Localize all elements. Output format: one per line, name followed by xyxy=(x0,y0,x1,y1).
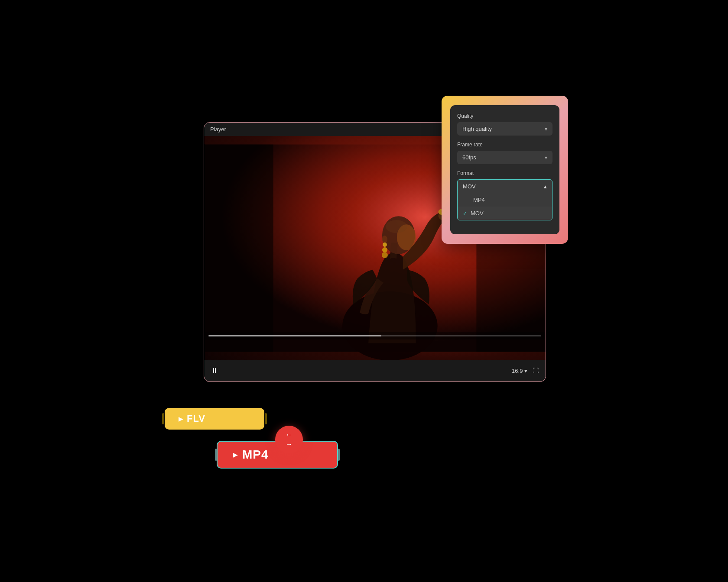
settings-panel: Quality High quality ▾ Frame rate 60fps … xyxy=(442,96,568,243)
svg-point-8 xyxy=(383,242,387,247)
pause-button[interactable]: ⏸ xyxy=(211,367,218,375)
format-group: Format MOV ▴ MP4 ✓ MOV xyxy=(457,170,552,220)
quality-label: Quality xyxy=(457,113,552,119)
flv-badge: ▶ FLV xyxy=(165,408,264,430)
mp4-handle-left xyxy=(215,449,217,461)
format-option-mp4-label: MP4 xyxy=(473,197,485,203)
quality-chevron: ▾ xyxy=(545,126,547,132)
aspect-ratio-selector[interactable]: 16:9 ▾ xyxy=(512,368,527,374)
svg-point-10 xyxy=(382,252,388,258)
player-controls: ⏸ 16:9 ▾ ⛶ xyxy=(204,360,546,381)
quality-value: High quality xyxy=(462,126,492,132)
svg-point-7 xyxy=(382,236,387,243)
svg-point-14 xyxy=(386,220,407,233)
convert-arrows: ← → xyxy=(286,431,292,448)
framerate-label: Frame rate xyxy=(457,142,552,148)
fullscreen-button[interactable]: ⛶ xyxy=(533,367,539,374)
flv-handle-right xyxy=(265,413,267,424)
mp4-play-icon: ▶ xyxy=(233,451,238,458)
format-dropdown-header[interactable]: MOV ▴ xyxy=(458,180,552,193)
settings-inner: Quality High quality ▾ Frame rate 60fps … xyxy=(450,105,559,234)
progress-bar-area[interactable] xyxy=(204,332,546,340)
progress-track[interactable] xyxy=(208,335,541,336)
quality-group: Quality High quality ▾ xyxy=(457,113,552,136)
format-option-mov-label: MOV xyxy=(471,210,484,217)
framerate-select[interactable]: 60fps ▾ xyxy=(457,151,552,164)
format-dropdown[interactable]: MOV ▴ MP4 ✓ MOV xyxy=(457,179,552,220)
format-label: Format xyxy=(457,170,552,176)
framerate-chevron: ▾ xyxy=(545,155,547,161)
format-value: MOV xyxy=(463,183,476,190)
progress-fill xyxy=(208,335,381,336)
framerate-group: Frame rate 60fps ▾ xyxy=(457,142,552,164)
convert-button[interactable]: ← → xyxy=(275,426,303,453)
format-chevron: ▴ xyxy=(544,183,547,190)
format-option-mov[interactable]: ✓ MOV xyxy=(458,207,552,220)
arrow-left-icon: ← xyxy=(286,431,292,439)
svg-rect-2 xyxy=(204,145,273,352)
control-left: ⏸ xyxy=(211,367,218,375)
control-right: 16:9 ▾ ⛶ xyxy=(512,367,539,374)
arrow-right-icon: → xyxy=(286,440,292,448)
check-icon: ✓ xyxy=(463,210,467,217)
player-title: Player xyxy=(210,126,226,133)
mp4-label: MP4 xyxy=(242,448,269,462)
svg-point-9 xyxy=(382,247,387,252)
format-option-mp4[interactable]: MP4 xyxy=(458,193,552,207)
framerate-value: 60fps xyxy=(462,154,476,161)
flv-play-icon: ▶ xyxy=(179,415,183,422)
flv-label: FLV xyxy=(187,413,205,424)
quality-select[interactable]: High quality ▾ xyxy=(457,122,552,136)
flv-handle-left xyxy=(162,413,164,424)
mp4-handle-right xyxy=(338,449,340,461)
